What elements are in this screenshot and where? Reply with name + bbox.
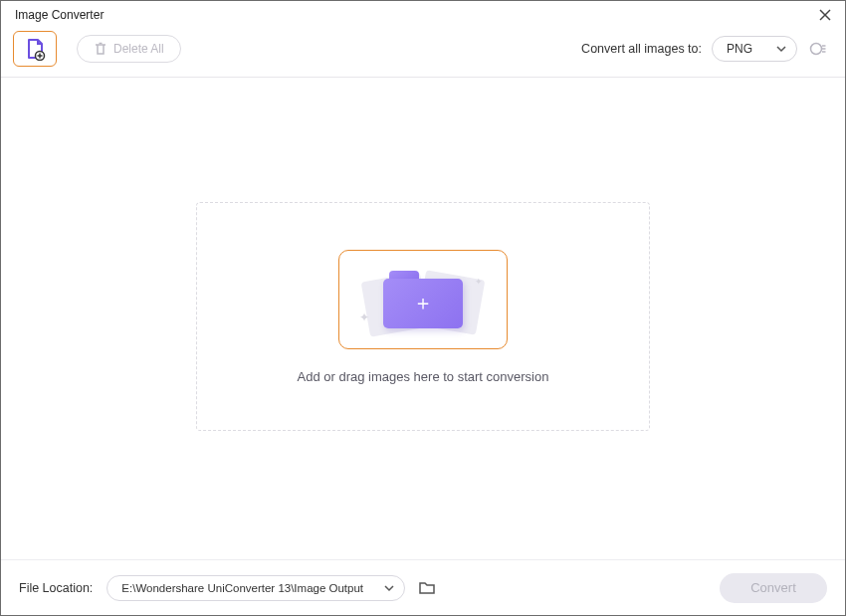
drop-zone[interactable]: ✦ ✦ ＋ Add or drag images here to start c… — [196, 202, 650, 431]
chevron-down-icon — [384, 583, 394, 593]
drop-zone-hint: Add or drag images here to start convers… — [298, 369, 549, 384]
chevron-down-icon — [776, 44, 786, 54]
convert-all-label: Convert all images to: — [581, 42, 702, 56]
toolbar: Delete All Convert all images to: PNG — [1, 27, 845, 78]
add-file-icon — [23, 37, 47, 61]
trash-icon — [94, 42, 107, 56]
close-button[interactable] — [815, 5, 835, 25]
close-icon — [818, 8, 832, 22]
file-location-select[interactable]: E:\Wondershare UniConverter 13\Image Out… — [106, 575, 405, 601]
title-bar: Image Converter — [1, 1, 845, 27]
file-location-label: File Location: — [19, 581, 93, 595]
window-title: Image Converter — [15, 8, 104, 22]
footer-bar: File Location: E:\Wondershare UniConvert… — [1, 559, 845, 615]
convert-button-label: Convert — [750, 580, 796, 595]
convert-button[interactable]: Convert — [720, 573, 827, 603]
delete-all-label: Delete All — [113, 42, 164, 56]
main-content: ✦ ✦ ＋ Add or drag images here to start c… — [1, 78, 845, 555]
svg-point-7 — [811, 44, 822, 55]
output-format-select[interactable]: PNG — [712, 36, 797, 62]
browse-folder-button[interactable] — [415, 576, 439, 600]
settings-icon — [809, 40, 827, 58]
sparkle-icon: ✦ — [359, 310, 369, 324]
folder-plus-icon: ＋ — [383, 271, 463, 328]
add-files-button[interactable] — [13, 31, 57, 67]
output-settings-button[interactable] — [807, 38, 829, 60]
add-images-illustration-button[interactable]: ✦ ✦ ＋ — [338, 250, 508, 349]
folder-icon — [418, 580, 436, 596]
file-location-path: E:\Wondershare UniConverter 13\Image Out… — [121, 582, 363, 594]
sparkle-icon: ✦ — [475, 277, 483, 287]
format-selected-value: PNG — [727, 42, 752, 56]
delete-all-button[interactable]: Delete All — [77, 35, 181, 63]
